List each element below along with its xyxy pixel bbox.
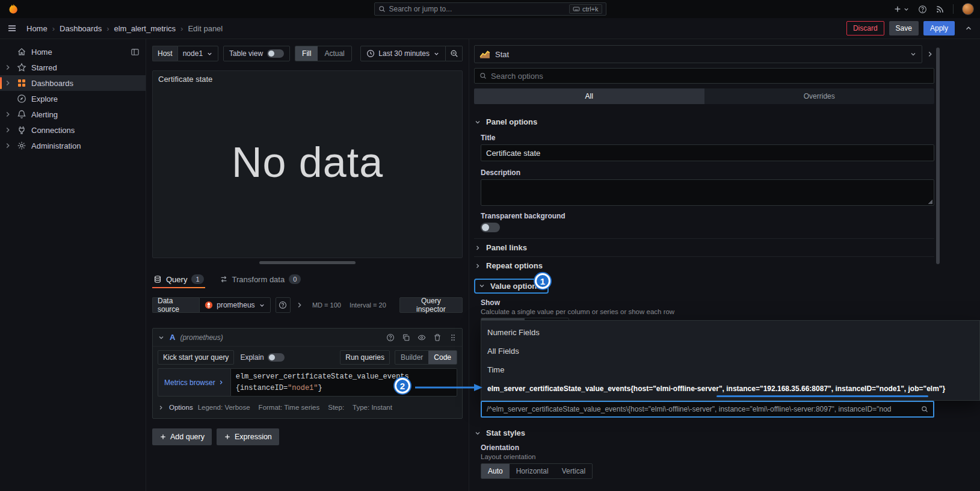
sidebar-item-home[interactable]: Home — [0, 44, 146, 60]
dropdown-option-metric-series[interactable]: elm_server_certificateState_value_events… — [481, 379, 979, 398]
chevron-right-icon[interactable] — [4, 126, 12, 134]
chevron-down-icon — [433, 51, 440, 57]
datasource-help-button[interactable] — [276, 297, 291, 313]
help-icon[interactable] — [386, 333, 395, 342]
new-menu-button[interactable] — [893, 5, 910, 13]
query-ref-id: A — [170, 333, 175, 342]
orientation-horizontal[interactable]: Horizontal — [510, 464, 555, 478]
sidebar-item-connections[interactable]: Connections — [0, 122, 146, 138]
tab-query[interactable]: Query 1 — [152, 270, 205, 288]
chevron-right-icon[interactable] — [295, 301, 304, 309]
section-panel-links[interactable]: Panel links — [474, 238, 934, 256]
grafana-logo[interactable] — [7, 3, 19, 15]
compass-icon — [17, 94, 26, 103]
metrics-browser-button[interactable]: Metrics browser — [158, 368, 230, 397]
dropdown-option-all-fields[interactable]: All Fields — [481, 342, 979, 360]
apply-button[interactable]: Apply — [923, 21, 955, 36]
query-inspector-button[interactable]: Query inspector — [399, 297, 463, 313]
tab-transform-data[interactable]: Transform data 0 — [218, 270, 303, 288]
discard-button[interactable]: Discard — [846, 21, 884, 36]
delete-query-icon[interactable] — [433, 333, 442, 342]
run-queries-button[interactable]: Run queries — [340, 350, 390, 365]
builder-option[interactable]: Builder — [395, 351, 428, 364]
panel-title-input[interactable] — [481, 144, 934, 161]
host-variable-select[interactable]: node1 — [177, 46, 218, 61]
transparent-background-toggle[interactable] — [481, 223, 500, 232]
user-avatar[interactable] — [962, 3, 974, 15]
promql-line-1: elm_server_certificateState_value_events — [236, 371, 452, 383]
fill-option[interactable]: Fill — [295, 46, 318, 61]
sidebar-item-alerting[interactable]: Alerting — [0, 107, 146, 122]
breadcrumb-separator: › — [52, 24, 55, 33]
sidebar: Home Starred Dashboards Explore Alerting… — [0, 39, 146, 491]
zoom-out-button[interactable] — [446, 46, 463, 61]
options-scrollbar[interactable] — [936, 48, 940, 264]
sidebar-item-starred[interactable]: Starred — [0, 60, 146, 75]
bell-icon — [17, 110, 26, 119]
dock-navigation-button[interactable] — [131, 48, 140, 57]
explain-toggle[interactable] — [268, 353, 285, 362]
plus-icon — [224, 433, 231, 440]
editor-tabs: Query 1 Transform data 0 — [152, 270, 463, 288]
shortcut-hint: ctrl+k — [569, 4, 602, 14]
hamburger-menu-icon[interactable] — [7, 23, 17, 33]
section-repeat-options[interactable]: Repeat options — [474, 256, 934, 274]
options-search-input[interactable]: Search options — [474, 68, 934, 84]
panel-preview[interactable]: Certificate state No data — [152, 70, 463, 258]
save-button[interactable]: Save — [889, 21, 919, 36]
divider — [953, 4, 954, 14]
resize-corner[interactable] — [928, 199, 932, 204]
sidebar-item-dashboards[interactable]: Dashboards — [0, 75, 146, 91]
chevron-down-icon[interactable] — [158, 334, 165, 341]
help-icon — [279, 301, 287, 309]
code-option[interactable]: Code — [428, 351, 457, 364]
chevron-up-icon[interactable] — [964, 24, 973, 32]
keyboard-icon — [573, 5, 580, 13]
chevron-right-icon[interactable] — [4, 79, 12, 87]
tab-all[interactable]: All — [474, 88, 704, 104]
orientation-auto[interactable]: Auto — [481, 464, 510, 478]
query-options-row[interactable]: Options Legend: Verbose Format: Time ser… — [158, 401, 457, 413]
breadcrumb-dashboard-name[interactable]: elm_alert_metrics — [114, 24, 176, 33]
orientation-vertical[interactable]: Vertical — [555, 464, 592, 478]
chevron-right-icon[interactable] — [4, 141, 12, 150]
news-rss-icon[interactable] — [935, 5, 945, 14]
fields-filter-input[interactable] — [487, 405, 917, 413]
sidebar-item-explore[interactable]: Explore — [0, 91, 146, 107]
chevron-right-icon[interactable] — [4, 110, 12, 119]
time-range-picker[interactable]: Last 30 minutes — [360, 46, 446, 61]
add-expression-button[interactable]: Expression — [217, 428, 279, 445]
section-panel-options[interactable]: Panel options — [474, 117, 934, 126]
help-icon[interactable] — [918, 5, 927, 14]
kick-start-query-button[interactable]: Kick start your query — [158, 350, 234, 365]
chevron-right-icon[interactable] — [4, 63, 12, 72]
collapse-pane-icon[interactable] — [926, 50, 934, 58]
show-field-label: Show — [481, 298, 934, 307]
tab-overrides[interactable]: Overrides — [704, 88, 935, 104]
query-a-header[interactable]: A (prometheus) — [153, 329, 462, 347]
chevron-right-icon — [474, 262, 481, 270]
breadcrumb-separator: › — [106, 24, 109, 33]
chevron-down-icon — [259, 302, 265, 309]
drag-handle-icon[interactable] — [449, 333, 457, 342]
duplicate-query-icon[interactable] — [402, 333, 410, 342]
chevron-right-icon — [474, 244, 481, 252]
panel-description-textarea[interactable] — [481, 179, 934, 206]
chevron-down-icon — [478, 282, 485, 289]
datasource-select[interactable]: prometheus — [199, 297, 270, 313]
sidebar-item-administration[interactable]: Administration — [0, 138, 146, 153]
transform-count-badge: 0 — [289, 274, 301, 284]
hide-query-icon[interactable] — [418, 333, 426, 342]
dropdown-option-numeric-fields[interactable]: Numeric Fields — [481, 323, 979, 342]
panel-resize-handle[interactable] — [259, 261, 356, 264]
visualization-picker[interactable]: Stat — [474, 45, 922, 63]
add-query-button[interactable]: Add query — [152, 428, 212, 445]
breadcrumb-home[interactable]: Home — [26, 24, 48, 33]
actual-option[interactable]: Actual — [318, 46, 351, 61]
dropdown-option-time[interactable]: Time — [481, 360, 979, 379]
global-search[interactable]: Search or jump to... ctrl+k — [374, 2, 606, 16]
table-view-toggle[interactable] — [267, 49, 284, 58]
host-variable-label: Host — [152, 46, 177, 61]
section-stat-styles[interactable]: Stat styles — [474, 428, 934, 437]
breadcrumb-dashboards[interactable]: Dashboards — [60, 24, 102, 33]
